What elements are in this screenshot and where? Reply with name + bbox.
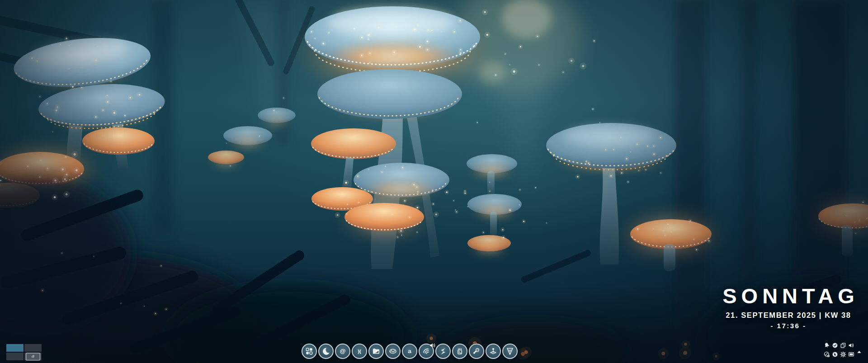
zigzag-s-app-button[interactable] [435,344,451,359]
letter-a-icon: a [405,347,414,356]
clipboard-pages-icon[interactable] [840,342,846,349]
day-name-label: SONNTAG [715,285,866,307]
app-dock: @)(a [302,344,518,359]
check-circle-icon[interactable] [832,342,838,349]
svg-text:a: a [408,348,411,354]
cursor-status-icon[interactable] [832,351,838,358]
joystick-games-app-button[interactable] [486,344,501,359]
date-label: 21. SEPTEMBER 2025 | KW 38 [715,311,862,320]
apps-grid-icon [305,347,314,356]
power-status-icon[interactable] [824,351,830,358]
parentheses-icon: )( [355,347,364,356]
pager-desktop-3[interactable] [6,353,24,360]
shield-games-app-button[interactable] [502,344,518,359]
audio-playing-badge-icon [429,342,436,349]
v-shield-icon [505,347,514,356]
folder-icon [372,347,381,356]
steam-icon [472,347,481,356]
pager-desktop-2[interactable] [24,344,42,352]
settings-gear-icon[interactable] [840,351,846,358]
system-tray [823,341,855,359]
wave-media-app-button[interactable] [385,344,401,359]
parentheses-app-button[interactable]: )( [352,344,367,359]
display-monitor-icon[interactable] [848,351,854,358]
app-launcher-button[interactable] [302,344,317,359]
svg-text:)(: )( [358,349,361,354]
at-sign-icon: @ [338,347,347,356]
pager-desktop-1[interactable] [6,344,24,352]
moon-app-button[interactable] [318,344,334,359]
at-mail-app-button[interactable]: @ [335,344,350,359]
steam-app-button[interactable] [469,344,484,359]
desktop: SONNTAG 21. SEPTEMBER 2025 | KW 38 - 17:… [0,0,868,363]
time-label: - 17:36 - [715,322,862,330]
svg-text:@: @ [340,348,346,354]
zigzag-s-icon [439,347,448,356]
robot-terminal-app-button[interactable] [452,344,467,359]
pager-window-spotify-arcs[interactable] [26,353,40,360]
tray-expander-icon[interactable] [857,350,862,354]
robot-terminal-icon [455,347,464,356]
crescent-moon-icon [321,347,330,356]
wave-oval-icon [388,347,397,356]
letter-a-app-button[interactable]: a [402,344,417,359]
pager-desktop-4[interactable] [24,353,42,360]
virtual-desktop-pager [6,344,42,360]
joystick-icon [489,347,498,356]
file-manager-button[interactable] [368,344,384,359]
notifications-bell-icon[interactable] [824,342,830,349]
clock-widget: SONNTAG 21. SEPTEMBER 2025 | KW 38 - 17:… [715,285,862,330]
spotify-music-app-button[interactable] [419,344,434,359]
volume-speaker-icon[interactable] [848,342,854,349]
